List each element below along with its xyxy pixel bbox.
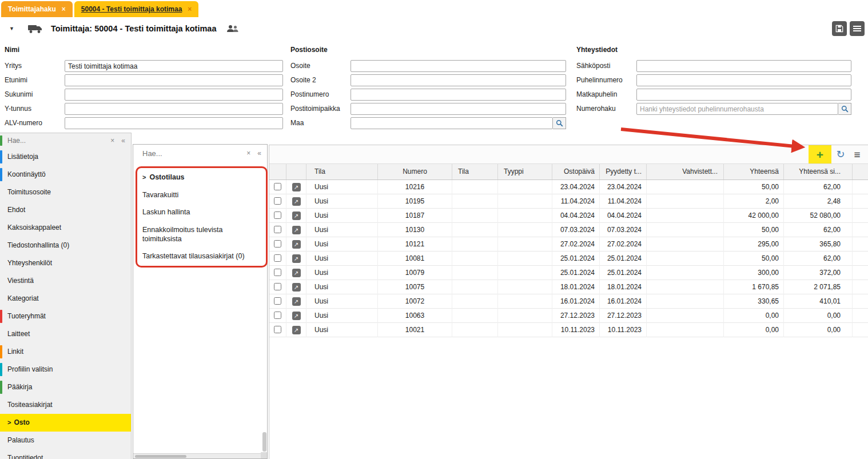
row-checkbox[interactable] (274, 283, 281, 290)
refresh-button[interactable]: ↻ (833, 147, 848, 162)
yritys-input[interactable] (65, 60, 283, 72)
tab-toimittajahaku[interactable]: Toimittajahaku × (1, 1, 73, 17)
row-checkbox[interactable] (274, 240, 281, 248)
ytunnus-input[interactable] (65, 103, 283, 115)
sidebar-item-koontinaytto[interactable]: Koontinäyttö (0, 166, 131, 183)
column-header-yhteensa[interactable]: Yhteensä (724, 164, 784, 179)
collapse-panel-icon[interactable]: « (121, 137, 125, 145)
open-row-icon[interactable]: ↗ (292, 240, 301, 249)
collapse-panel-icon[interactable]: « (257, 149, 261, 157)
alvnumero-input[interactable] (65, 117, 283, 129)
open-row-icon[interactable]: ↗ (292, 297, 301, 306)
chevron-down-icon[interactable]: ▼ (9, 26, 14, 31)
sidebar-item-profiilin-valitsin[interactable]: Profiilin valitsin (0, 361, 131, 378)
open-row-icon[interactable]: ↗ (292, 254, 301, 263)
open-row-icon[interactable]: ↗ (292, 226, 301, 234)
numerohaku-search-button[interactable] (838, 103, 851, 115)
submenu-item-tavarakuitti[interactable]: Tavarakuitti (133, 186, 267, 204)
row-checkbox[interactable] (274, 254, 281, 262)
puhelinnumero-input[interactable] (636, 74, 851, 86)
open-row-icon[interactable]: ↗ (292, 197, 301, 206)
numerohaku-input[interactable] (636, 103, 838, 115)
table-row[interactable]: ↗ Uusi 10021 10.11.2023 10.11.2023 0,00 … (269, 323, 868, 337)
open-row-icon[interactable]: ↗ (292, 269, 301, 277)
sidebar-item-kategoriat[interactable]: Kategoriat (0, 290, 131, 308)
table-row[interactable]: ↗ Uusi 10187 04.04.2024 04.04.2024 42 00… (269, 209, 868, 223)
table-row[interactable]: ↗ Uusi 10216 23.04.2024 23.04.2024 50,00… (269, 180, 868, 194)
vertical-scrollbar-thumb[interactable] (262, 432, 266, 452)
tab-toimittaja-50004[interactable]: 50004 - Testi toimittaja kotimaa × (74, 1, 199, 17)
table-row[interactable]: ↗ Uusi 10075 18.01.2024 18.01.2024 1 670… (269, 280, 868, 294)
column-header-yhteensa-sis[interactable]: Yhteensä si... (784, 164, 853, 179)
table-row[interactable]: ↗ Uusi 10121 27.02.2024 27.02.2024 295,0… (269, 237, 868, 252)
table-row[interactable]: ↗ Uusi 10072 16.01.2024 16.01.2024 330,6… (269, 294, 868, 309)
column-header-numero[interactable]: Numero (378, 164, 452, 179)
scrollbar-thumb[interactable] (135, 455, 186, 458)
row-checkbox[interactable] (274, 211, 281, 219)
sidebar-item-linkit[interactable]: Linkit (0, 343, 131, 361)
table-row[interactable]: ↗ Uusi 10130 07.03.2024 07.03.2024 50,00… (269, 223, 868, 237)
maa-search-button[interactable] (553, 117, 566, 129)
sidebar-item-ehdot[interactable]: Ehdot (0, 201, 131, 219)
sukunimi-input[interactable] (65, 89, 283, 101)
row-checkbox[interactable] (274, 312, 281, 319)
osoite2-input[interactable] (351, 74, 566, 86)
postitoimipaikka-input[interactable] (351, 103, 566, 115)
submenu-item-laskun-hallinta[interactable]: Laskun hallinta (133, 203, 267, 221)
grid-menu-button[interactable]: ≡ (850, 147, 865, 162)
table-row[interactable]: ↗ Uusi 10195 11.04.2024 11.04.2024 2,00 … (269, 194, 868, 209)
sidebar-search-input[interactable] (7, 137, 70, 145)
table-row[interactable]: ↗ Uusi 10079 25.01.2024 25.01.2024 300,0… (269, 266, 868, 280)
sidebar-item-toimitusosoite[interactable]: Toimitusosoite (0, 183, 131, 201)
open-row-icon[interactable]: ↗ (292, 312, 301, 320)
column-header-tyyppi[interactable]: Tyyppi (498, 164, 552, 179)
close-icon[interactable]: × (188, 5, 192, 13)
contacts-icon[interactable] (226, 25, 239, 33)
open-row-icon[interactable]: ↗ (292, 183, 301, 191)
matkapuhelin-input[interactable] (636, 89, 851, 101)
sidebar-item-tositeasiakirjat[interactable]: Tositeasiakirjat (0, 396, 131, 414)
etunimi-input[interactable] (65, 74, 283, 86)
horizontal-scrollbar[interactable] (133, 453, 267, 458)
osoite-input[interactable] (351, 60, 566, 72)
sidebar-item-kaksoiskappaleet[interactable]: Kaksoiskappaleet (0, 219, 131, 237)
table-row[interactable]: ↗ Uusi 10063 27.12.2023 27.12.2023 0,00 … (269, 309, 868, 323)
sidebar-item-lisatietoja[interactable]: Lisätietoja (0, 148, 131, 166)
row-checkbox[interactable] (274, 297, 281, 305)
row-checkbox[interactable] (274, 197, 281, 205)
clear-search-icon[interactable]: × (110, 137, 114, 145)
submenu-item-ostotilaus[interactable]: > Ostotilaus (133, 169, 267, 186)
open-row-icon[interactable]: ↗ (292, 211, 301, 220)
column-header-tila[interactable]: Tila (306, 164, 378, 179)
open-row-icon[interactable]: ↗ (292, 326, 301, 334)
sidebar-item-viestinta[interactable]: Viestintä (0, 272, 131, 290)
row-checkbox[interactable] (274, 269, 281, 276)
row-checkbox[interactable] (274, 183, 281, 190)
submenu-item-ennakkoilmoitus[interactable]: Ennakkoilmoitus tulevista toimituksista (133, 221, 267, 248)
sidebar-item-osto[interactable]: > Osto (0, 414, 131, 432)
save-button[interactable] (832, 21, 847, 36)
column-header-vahvistettu[interactable]: Vahvistett... (647, 164, 724, 179)
postinumero-input[interactable] (351, 89, 566, 101)
window-menu-button[interactable] (850, 21, 865, 36)
column-header-pyydetty[interactable]: Pyydetty t... (600, 164, 647, 179)
clear-search-icon[interactable]: × (246, 149, 250, 157)
sidebar-item-tuoteryhmat[interactable]: Tuoteryhmät (0, 308, 131, 325)
sidebar-item-partial[interactable]: Tuontitiedot (0, 449, 131, 459)
close-icon[interactable]: × (62, 5, 66, 13)
submenu-item-tarkastettavat[interactable]: Tarkastettavat tilausasiakirjat (0) (133, 248, 267, 265)
table-row[interactable]: ↗ Uusi 10081 25.01.2024 25.01.2024 50,00… (269, 252, 868, 266)
sidebar-item-yhteyshenkilot[interactable]: Yhteyshenkilöt (0, 254, 131, 272)
column-header-tila2[interactable]: Tila (452, 164, 498, 179)
row-checkbox[interactable] (274, 226, 281, 233)
sidebar-item-paakirja[interactable]: Pääkirja (0, 378, 131, 396)
submenu-search-input[interactable] (142, 149, 200, 158)
row-checkbox[interactable] (274, 326, 281, 333)
sidebar-item-tiedostonhallinta[interactable]: Tiedostonhallinta (0) (0, 237, 131, 254)
sidebar-item-laitteet[interactable]: Laitteet (0, 325, 131, 343)
column-header-ostopaiva[interactable]: Ostopäivä (552, 164, 600, 179)
sidebar-item-palautus[interactable]: Palautus (0, 432, 131, 449)
open-row-icon[interactable]: ↗ (292, 283, 301, 292)
maa-input[interactable] (351, 117, 553, 129)
add-order-button[interactable]: + (813, 147, 827, 162)
